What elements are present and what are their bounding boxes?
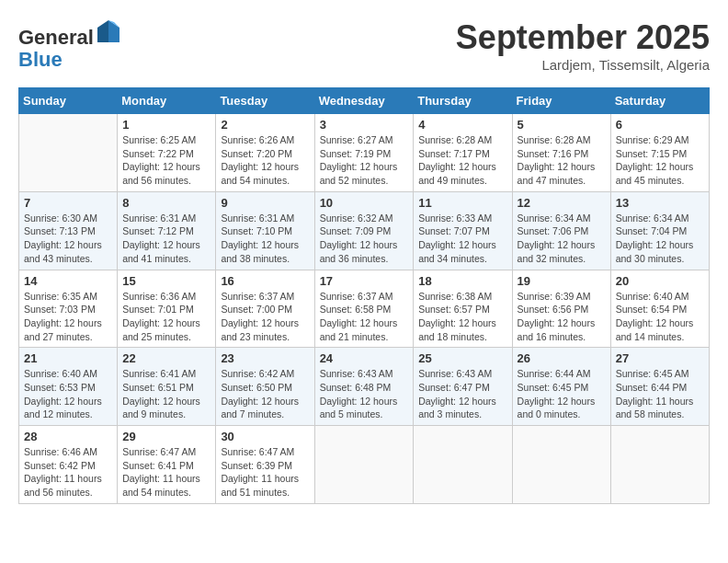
calendar-cell: 13Sunrise: 6:34 AM Sunset: 7:04 PM Dayli… [610, 191, 709, 270]
calendar-cell: 17Sunrise: 6:37 AM Sunset: 6:58 PM Dayli… [314, 270, 414, 348]
month-title: September 2025 [456, 18, 710, 57]
calendar-cell: 15Sunrise: 6:36 AM Sunset: 7:01 PM Dayli… [118, 270, 216, 348]
calendar-cell: 7Sunrise: 6:30 AM Sunset: 7:13 PM Daylig… [19, 191, 118, 270]
calendar-cell [414, 426, 512, 504]
logo-icon [96, 18, 121, 44]
calendar-cell: 28Sunrise: 6:46 AM Sunset: 6:42 PM Dayli… [19, 426, 118, 504]
day-number: 3 [320, 118, 409, 132]
day-number: 27 [616, 351, 704, 365]
day-info: Sunrise: 6:34 AM Sunset: 7:06 PM Dayligh… [518, 212, 606, 266]
calendar-cell: 21Sunrise: 6:40 AM Sunset: 6:53 PM Dayli… [19, 348, 118, 426]
calendar-cell: 6Sunrise: 6:29 AM Sunset: 7:15 PM Daylig… [610, 114, 709, 192]
day-number: 4 [418, 118, 506, 132]
day-number: 12 [518, 196, 606, 210]
calendar-cell: 27Sunrise: 6:45 AM Sunset: 6:44 PM Dayli… [610, 348, 709, 426]
calendar-cell: 16Sunrise: 6:37 AM Sunset: 7:00 PM Dayli… [216, 270, 314, 348]
day-info: Sunrise: 6:40 AM Sunset: 6:53 PM Dayligh… [24, 367, 112, 421]
calendar-cell: 8Sunrise: 6:31 AM Sunset: 7:12 PM Daylig… [118, 191, 216, 270]
calendar-cell [314, 426, 414, 504]
day-number: 8 [122, 196, 210, 210]
weekday-header-wednesday: Wednesday [314, 88, 414, 114]
calendar-cell: 3Sunrise: 6:27 AM Sunset: 7:19 PM Daylig… [314, 114, 414, 192]
day-info: Sunrise: 6:38 AM Sunset: 6:57 PM Dayligh… [418, 290, 506, 344]
calendar-week-row: 1Sunrise: 6:25 AM Sunset: 7:22 PM Daylig… [19, 114, 710, 192]
weekday-header-saturday: Saturday [610, 88, 709, 114]
day-number: 28 [24, 430, 112, 443]
calendar-cell [19, 114, 118, 192]
day-info: Sunrise: 6:43 AM Sunset: 6:48 PM Dayligh… [320, 367, 409, 421]
logo-blue-text: Blue [18, 48, 63, 71]
day-number: 25 [418, 351, 506, 365]
calendar-cell: 2Sunrise: 6:26 AM Sunset: 7:20 PM Daylig… [216, 114, 314, 192]
day-number: 30 [221, 430, 309, 443]
day-number: 5 [518, 118, 606, 132]
day-number: 15 [122, 274, 210, 288]
calendar-cell: 30Sunrise: 6:47 AM Sunset: 6:39 PM Dayli… [216, 426, 314, 504]
calendar-cell: 25Sunrise: 6:43 AM Sunset: 6:47 PM Dayli… [414, 348, 512, 426]
weekday-header-monday: Monday [118, 88, 216, 114]
day-info: Sunrise: 6:33 AM Sunset: 7:07 PM Dayligh… [418, 212, 506, 266]
day-info: Sunrise: 6:35 AM Sunset: 7:03 PM Dayligh… [24, 290, 112, 344]
day-number: 2 [221, 118, 309, 132]
day-number: 17 [320, 274, 409, 288]
calendar-week-row: 21Sunrise: 6:40 AM Sunset: 6:53 PM Dayli… [19, 348, 710, 426]
calendar-week-row: 14Sunrise: 6:35 AM Sunset: 7:03 PM Dayli… [19, 270, 710, 348]
svg-marker-1 [97, 20, 108, 42]
calendar-cell [512, 426, 610, 504]
calendar-cell: 19Sunrise: 6:39 AM Sunset: 6:56 PM Dayli… [512, 270, 610, 348]
day-info: Sunrise: 6:45 AM Sunset: 6:44 PM Dayligh… [616, 367, 704, 421]
day-info: Sunrise: 6:44 AM Sunset: 6:45 PM Dayligh… [518, 367, 606, 421]
day-info: Sunrise: 6:26 AM Sunset: 7:20 PM Dayligh… [221, 133, 309, 188]
calendar-cell: 10Sunrise: 6:32 AM Sunset: 7:09 PM Dayli… [314, 191, 414, 270]
day-info: Sunrise: 6:27 AM Sunset: 7:19 PM Dayligh… [320, 133, 409, 188]
day-number: 21 [24, 351, 112, 365]
day-number: 26 [518, 351, 606, 365]
day-number: 6 [616, 118, 704, 132]
weekday-header-row: SundayMondayTuesdayWednesdayThursdayFrid… [19, 88, 710, 114]
calendar-cell: 22Sunrise: 6:41 AM Sunset: 6:51 PM Dayli… [118, 348, 216, 426]
logo: General Blue [18, 18, 121, 71]
day-info: Sunrise: 6:30 AM Sunset: 7:13 PM Dayligh… [24, 212, 112, 266]
day-info: Sunrise: 6:47 AM Sunset: 6:41 PM Dayligh… [122, 445, 210, 500]
day-info: Sunrise: 6:42 AM Sunset: 6:50 PM Dayligh… [221, 367, 309, 421]
calendar-cell: 9Sunrise: 6:31 AM Sunset: 7:10 PM Daylig… [216, 191, 314, 270]
day-info: Sunrise: 6:28 AM Sunset: 7:17 PM Dayligh… [418, 133, 506, 188]
logo-general-text: General [18, 26, 94, 49]
calendar-cell [610, 426, 709, 504]
day-info: Sunrise: 6:31 AM Sunset: 7:12 PM Dayligh… [122, 212, 210, 266]
day-number: 29 [122, 430, 210, 443]
weekday-header-sunday: Sunday [19, 88, 118, 114]
calendar-cell: 4Sunrise: 6:28 AM Sunset: 7:17 PM Daylig… [414, 114, 512, 192]
calendar-cell: 14Sunrise: 6:35 AM Sunset: 7:03 PM Dayli… [19, 270, 118, 348]
day-info: Sunrise: 6:47 AM Sunset: 6:39 PM Dayligh… [221, 445, 309, 500]
day-number: 1 [122, 118, 210, 132]
day-number: 11 [418, 196, 506, 210]
day-number: 7 [24, 196, 112, 210]
day-info: Sunrise: 6:41 AM Sunset: 6:51 PM Dayligh… [122, 367, 210, 421]
calendar-cell: 20Sunrise: 6:40 AM Sunset: 6:54 PM Dayli… [610, 270, 709, 348]
weekday-header-friday: Friday [512, 88, 610, 114]
calendar-cell: 24Sunrise: 6:43 AM Sunset: 6:48 PM Dayli… [314, 348, 414, 426]
location: Lardjem, Tissemsilt, Algeria [456, 57, 710, 73]
day-info: Sunrise: 6:37 AM Sunset: 6:58 PM Dayligh… [320, 290, 409, 344]
day-info: Sunrise: 6:36 AM Sunset: 7:01 PM Dayligh… [122, 290, 210, 344]
day-number: 16 [221, 274, 309, 288]
day-info: Sunrise: 6:40 AM Sunset: 6:54 PM Dayligh… [616, 290, 704, 344]
day-info: Sunrise: 6:32 AM Sunset: 7:09 PM Dayligh… [320, 212, 409, 266]
weekday-header-tuesday: Tuesday [216, 88, 314, 114]
day-info: Sunrise: 6:28 AM Sunset: 7:16 PM Dayligh… [518, 133, 606, 188]
calendar-week-row: 7Sunrise: 6:30 AM Sunset: 7:13 PM Daylig… [19, 191, 710, 270]
day-info: Sunrise: 6:25 AM Sunset: 7:22 PM Dayligh… [122, 133, 210, 188]
day-number: 18 [418, 274, 506, 288]
day-number: 24 [320, 351, 409, 365]
calendar-cell: 12Sunrise: 6:34 AM Sunset: 7:06 PM Dayli… [512, 191, 610, 270]
day-number: 23 [221, 351, 309, 365]
day-number: 13 [616, 196, 704, 210]
day-info: Sunrise: 6:46 AM Sunset: 6:42 PM Dayligh… [24, 445, 112, 500]
day-number: 9 [221, 196, 309, 210]
weekday-header-thursday: Thursday [414, 88, 512, 114]
day-number: 19 [518, 274, 606, 288]
day-info: Sunrise: 6:29 AM Sunset: 7:15 PM Dayligh… [616, 133, 704, 188]
calendar-cell: 23Sunrise: 6:42 AM Sunset: 6:50 PM Dayli… [216, 348, 314, 426]
calendar-cell: 18Sunrise: 6:38 AM Sunset: 6:57 PM Dayli… [414, 270, 512, 348]
